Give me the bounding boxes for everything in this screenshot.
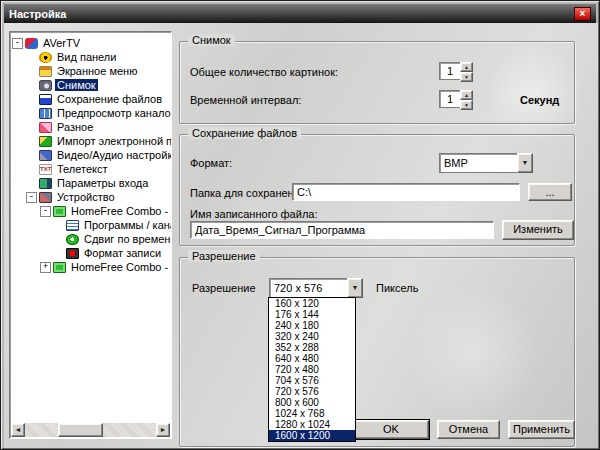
filename-label: Имя записанного файла: bbox=[190, 208, 317, 220]
total-pictures-value[interactable]: 1 bbox=[439, 62, 460, 80]
change-button[interactable]: Изменить bbox=[502, 220, 574, 240]
spin-down-icon[interactable] bbox=[460, 100, 473, 110]
record-format-icon bbox=[66, 248, 79, 259]
osd-menu-icon bbox=[39, 66, 52, 77]
tree-item-label: Программы / кана bbox=[82, 219, 171, 231]
programs-icon bbox=[66, 220, 79, 231]
misc-icon bbox=[39, 122, 52, 133]
resolution-option[interactable]: 1024 x 768 bbox=[269, 408, 355, 419]
apply-button[interactable]: Применить bbox=[508, 420, 575, 439]
teletext-icon: TXT bbox=[39, 164, 52, 175]
tree-item-av-settings[interactable]: Видео/Аудио настройки bbox=[10, 148, 171, 162]
av-settings-icon bbox=[39, 150, 52, 161]
expand-icon[interactable]: + bbox=[40, 262, 51, 273]
format-value[interactable]: BMP bbox=[439, 153, 517, 173]
tree-item-record-format[interactable]: Формат записи bbox=[10, 246, 171, 260]
resolution-option[interactable]: 720 x 576 bbox=[269, 386, 355, 397]
close-icon[interactable] bbox=[574, 7, 591, 21]
ok-button[interactable]: OK bbox=[353, 420, 429, 439]
spin-up-icon[interactable] bbox=[460, 62, 473, 72]
panel-view-icon bbox=[39, 52, 52, 63]
tree-item-file-save[interactable]: Сохранение файлов bbox=[10, 92, 171, 106]
tree-item-device[interactable]: - Устройство bbox=[10, 190, 171, 204]
resolution-option[interactable]: 640 x 480 bbox=[269, 353, 355, 364]
interval-value[interactable]: 1 bbox=[439, 90, 460, 108]
device-node-icon bbox=[53, 206, 66, 217]
scroll-track[interactable] bbox=[25, 423, 156, 437]
tree-item-epg-import[interactable]: Импорт электронной прог bbox=[10, 134, 171, 148]
scroll-left-icon[interactable] bbox=[11, 423, 25, 437]
filename-field[interactable]: Дата_Время_Сигнал_Программа bbox=[190, 221, 494, 239]
resolution-option[interactable]: 176 x 144 bbox=[269, 309, 355, 320]
input-params-icon bbox=[39, 178, 52, 189]
resolution-group: Разрешение Разрешение 720 x 576 Пиксель bbox=[179, 257, 575, 447]
file-save-group: Сохранение файлов Формат: BMP Папка для … bbox=[179, 134, 575, 246]
settings-dialog: Настройка - AVerTV Вид панели Экранное м… bbox=[0, 0, 600, 450]
tree-item-timeshift[interactable]: Сдвиг по времени bbox=[10, 232, 171, 246]
resolution-dropdown-list: 160 x 120 176 x 144 240 x 180 320 x 240 … bbox=[268, 297, 356, 442]
channel-preview-icon bbox=[39, 108, 52, 119]
window-title: Настройка bbox=[9, 8, 574, 20]
resolution-option[interactable]: 800 x 600 bbox=[269, 397, 355, 408]
total-pictures-label: Общее количество картинок: bbox=[190, 66, 338, 78]
titlebar[interactable]: Настройка bbox=[4, 4, 596, 23]
tree-item-homefree-2[interactable]: + HomeFree Combo - (2) [ bbox=[10, 260, 171, 274]
tree-item-teletext[interactable]: TXT Телетекст bbox=[10, 162, 171, 176]
snapshot-group-title: Снимок bbox=[188, 34, 235, 46]
tree-item-programs[interactable]: Программы / кана bbox=[10, 218, 171, 232]
chevron-down-icon[interactable] bbox=[517, 153, 533, 173]
resolution-select[interactable]: 720 x 576 bbox=[269, 278, 363, 298]
scroll-thumb[interactable] bbox=[58, 423, 103, 437]
cancel-button[interactable]: Отмена bbox=[437, 420, 500, 439]
tree-item-panel-view[interactable]: Вид панели bbox=[10, 50, 171, 64]
resolution-option[interactable]: 320 x 240 bbox=[269, 331, 355, 342]
tree-item-label: Сдвиг по времени bbox=[82, 233, 171, 245]
resolution-option[interactable]: 1280 x 1024 bbox=[269, 419, 355, 430]
collapse-icon[interactable]: - bbox=[40, 206, 51, 217]
dialog-body: - AVerTV Вид панели Экранное меню Снимок bbox=[4, 23, 598, 448]
chevron-down-icon[interactable] bbox=[347, 278, 363, 298]
browse-button[interactable]: ... bbox=[528, 183, 572, 201]
spin-up-icon[interactable] bbox=[460, 90, 473, 100]
tree-item-misc[interactable]: Разное bbox=[10, 120, 171, 134]
tree-item-label: Предпросмотр каналов bbox=[55, 107, 171, 119]
tree-item-label: Видео/Аудио настройки bbox=[55, 149, 171, 161]
resolution-option[interactable]: 160 x 120 bbox=[269, 298, 355, 309]
tree-item-snapshot[interactable]: Снимок bbox=[10, 78, 171, 92]
scroll-right-icon[interactable] bbox=[156, 423, 170, 437]
interval-stepper[interactable]: 1 bbox=[439, 90, 473, 108]
total-pictures-stepper[interactable]: 1 bbox=[439, 62, 473, 80]
resolution-option-highlighted[interactable]: 1600 x 1200 bbox=[269, 430, 355, 441]
resolution-option[interactable]: 704 x 576 bbox=[269, 375, 355, 386]
tree-item-homefree-1[interactable]: - HomeFree Combo - (1) [ bbox=[10, 204, 171, 218]
tree-item-label: Разное bbox=[55, 121, 95, 133]
tree-item-input-params[interactable]: Параметры входа bbox=[10, 176, 171, 190]
resolution-option[interactable]: 352 x 288 bbox=[269, 342, 355, 353]
tree-item-osd-menu[interactable]: Экранное меню bbox=[10, 64, 171, 78]
tree-item-label: Параметры входа bbox=[55, 177, 150, 189]
tree-item-label: Устройство bbox=[55, 191, 117, 203]
interval-label: Временной интервал: bbox=[190, 94, 301, 106]
resolution-group-title: Разрешение bbox=[188, 250, 260, 262]
tree-item-avertv[interactable]: - AVerTV bbox=[10, 36, 171, 50]
tree-horizontal-scrollbar[interactable] bbox=[11, 423, 170, 437]
resolution-option[interactable]: 240 x 180 bbox=[269, 320, 355, 331]
device-icon bbox=[39, 192, 52, 203]
folder-field[interactable]: C:\ bbox=[292, 183, 520, 201]
format-select[interactable]: BMP bbox=[439, 153, 533, 173]
snapshot-icon bbox=[39, 80, 52, 91]
format-label: Формат: bbox=[190, 157, 232, 169]
resolution-option[interactable]: 720 x 480 bbox=[269, 364, 355, 375]
collapse-icon[interactable]: - bbox=[12, 38, 23, 49]
device-node-icon bbox=[53, 262, 66, 273]
spin-down-icon[interactable] bbox=[460, 72, 473, 82]
tree-item-label-selected: Снимок bbox=[55, 79, 98, 91]
file-save-icon bbox=[39, 94, 52, 105]
timeshift-icon bbox=[66, 234, 79, 245]
tree-item-label: Формат записи bbox=[82, 247, 163, 259]
tree-item-channel-preview[interactable]: Предпросмотр каналов bbox=[10, 106, 171, 120]
tree-item-label: Вид панели bbox=[55, 51, 118, 63]
interval-unit-label: Секунд bbox=[520, 94, 559, 106]
resolution-value[interactable]: 720 x 576 bbox=[269, 278, 347, 298]
collapse-icon[interactable]: - bbox=[26, 192, 37, 203]
